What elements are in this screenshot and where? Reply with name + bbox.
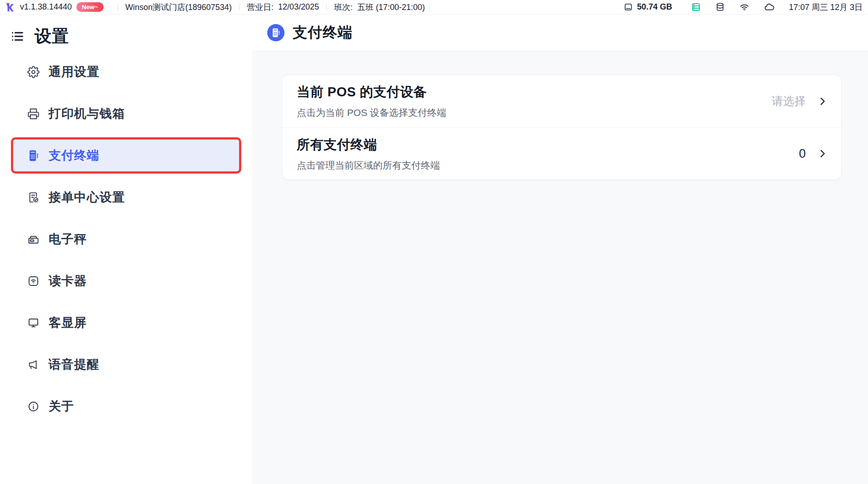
sidebar-item-label: 客显屏: [49, 314, 87, 331]
sidebar-item-label: 接单中心设置: [49, 189, 125, 205]
current-pos-device-row[interactable]: 当前 POS 的支付设备 点击为当前 POS 设备选择支付终端 请选择: [282, 75, 841, 127]
database-icon[interactable]: [715, 2, 725, 12]
payment-terminal-icon: [267, 24, 284, 41]
sidebar-item-label: 语音提醒: [49, 356, 100, 373]
settings-list-icon[interactable]: [10, 29, 25, 44]
shift-label: 班次:: [334, 2, 353, 13]
row-value-placeholder: 请选择: [772, 94, 806, 109]
chevron-right-icon: [818, 96, 828, 106]
sidebar-item-payment-terminal[interactable]: 支付终端: [11, 137, 241, 174]
main-content: 当前 POS 的支付设备 点击为当前 POS 设备选择支付终端 请选择: [252, 51, 868, 484]
storage-free: 50.74 GB: [637, 2, 672, 12]
card-reader-icon: [27, 275, 40, 287]
row-title: 所有支付终端: [297, 136, 440, 154]
payment-terminal-icon: [27, 150, 40, 162]
sidebar-item-customer-display[interactable]: 客显屏: [11, 304, 241, 341]
sidebar-item-order-center[interactable]: 接单中心设置: [11, 179, 241, 215]
app-version: v1.1.38.14440: [20, 2, 72, 12]
sidebar-item-scale[interactable]: 电子秤: [11, 221, 241, 257]
customer-display-icon: [27, 317, 40, 329]
sidebar-item-about[interactable]: 关于: [11, 388, 241, 424]
cloud-icon[interactable]: [764, 2, 774, 12]
hard-drive-icon: [624, 2, 633, 12]
chevron-right-icon: [818, 149, 828, 159]
sidebar-item-label: 关于: [49, 398, 74, 414]
scale-icon: [27, 233, 40, 245]
print-queue-icon[interactable]: [691, 2, 701, 12]
sidebar-item-label: 支付终端: [49, 147, 100, 164]
clock-datetime: 17:07 周三 12月 3日: [789, 2, 863, 13]
all-terminals-row[interactable]: 所有支付终端 点击管理当前区域的所有支付终端 0: [282, 127, 841, 180]
wifi-icon[interactable]: [739, 2, 749, 12]
sidebar-item-voice-alert[interactable]: 语音提醒: [11, 346, 241, 383]
page-title: 设置: [35, 25, 69, 48]
printer-icon: [27, 108, 40, 120]
payment-settings-card: 当前 POS 的支付设备 点击为当前 POS 设备选择支付终端 请选择: [282, 75, 842, 180]
app-logo-icon: [5, 2, 15, 12]
sidebar-item-label: 打印机与钱箱: [49, 105, 125, 122]
gear-icon: [27, 66, 40, 78]
main-header: 支付终端: [252, 15, 868, 51]
voice-alert-icon: [27, 359, 40, 371]
row-title: 当前 POS 的支付设备: [297, 83, 446, 101]
sidebar-item-printer-cashbox[interactable]: 打印机与钱箱: [11, 95, 241, 132]
top-status-bar: v1.1.38.14440 New~ Winson测试门店(189607534)…: [0, 0, 868, 15]
terminal-count: 0: [799, 147, 806, 161]
shift-value: 五班 (17:00-21:00): [357, 2, 425, 13]
divider: [326, 4, 327, 10]
sidebar-item-label: 读卡器: [49, 273, 87, 289]
info-icon: [27, 400, 40, 413]
store-name: Winson测试门店(189607534): [125, 2, 232, 13]
business-day-value: 12/03/2025: [278, 2, 319, 12]
business-day-label: 营业日:: [247, 2, 274, 13]
settings-sidebar: 设置 通用设置: [0, 15, 252, 484]
sidebar-item-card-reader[interactable]: 读卡器: [11, 263, 241, 299]
sidebar-item-general-settings[interactable]: 通用设置: [11, 54, 241, 90]
divider: [118, 4, 118, 10]
divider: [239, 4, 239, 10]
row-subtitle: 点击为当前 POS 设备选择支付终端: [297, 106, 446, 119]
main-panel: 支付终端 当前 POS 的支付设备 点击为当前 POS 设备选择支付终端 请选择: [252, 15, 868, 484]
new-version-badge[interactable]: New~: [76, 2, 104, 12]
main-title: 支付终端: [293, 23, 353, 43]
row-subtitle: 点击管理当前区域的所有支付终端: [297, 159, 440, 172]
sidebar-item-label: 通用设置: [49, 64, 100, 80]
sidebar-item-label: 电子秤: [49, 231, 87, 247]
order-check-icon: [27, 191, 40, 204]
